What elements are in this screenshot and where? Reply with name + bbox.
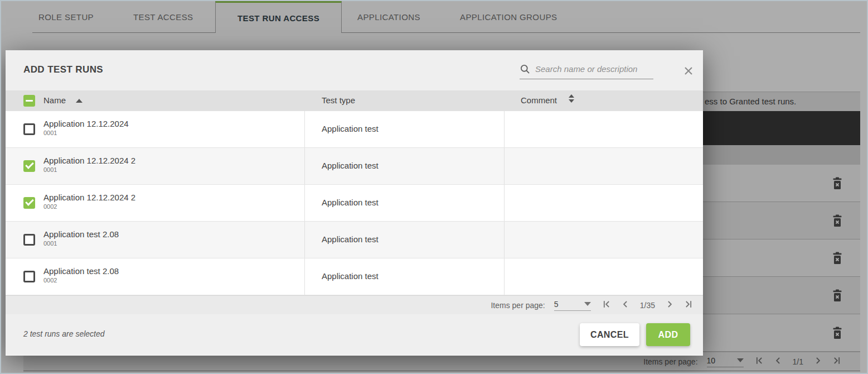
pagination-nav: 1/35 [600, 299, 695, 312]
add-test-runs-dialog: ADD TEST RUNS Name Test type Comment App… [6, 50, 703, 356]
search-box[interactable] [520, 59, 653, 79]
test-run-type: Application test [322, 124, 379, 133]
sort-both-icon [569, 94, 574, 103]
add-button[interactable]: ADD [646, 323, 690, 346]
test-run-type: Application test [322, 161, 379, 170]
close-icon [683, 65, 694, 76]
test-run-type: Application test [322, 198, 379, 207]
test-run-row[interactable]: Application test 2.080002 Application te… [6, 258, 703, 295]
page-size-value: 5 [554, 300, 559, 309]
selection-summary: 2 test runs are selected [23, 329, 105, 338]
last-page-button[interactable] [682, 299, 695, 312]
test-run-code: 0001 [43, 166, 135, 173]
cancel-button[interactable]: CANCEL [580, 323, 639, 346]
next-page-button[interactable] [663, 299, 676, 312]
test-run-row[interactable]: Application test 2.080001 Application te… [6, 222, 703, 258]
test-run-table-body: Application 12.12.20240001 Application t… [6, 111, 703, 295]
test-run-code: 0001 [43, 240, 119, 247]
column-divider [304, 111, 305, 147]
test-run-name: Application test 2.08 [43, 229, 119, 239]
column-header-test-type[interactable]: Test type [322, 95, 355, 105]
chevron-left-icon [620, 299, 631, 310]
dialog-pagination: Items per page: 5 1/35 [6, 295, 703, 314]
search-icon [520, 64, 531, 75]
column-divider [304, 222, 305, 258]
table-header-row: Name Test type Comment [6, 90, 703, 111]
column-header-name[interactable]: Name [43, 95, 66, 105]
dialog-header: ADD TEST RUNS [6, 50, 703, 90]
column-divider [304, 258, 305, 295]
items-per-page-label: Items per page: [491, 301, 545, 310]
column-divider [504, 258, 505, 295]
first-page-button[interactable] [600, 299, 613, 312]
select-all-checkbox[interactable] [23, 95, 35, 107]
column-divider [504, 222, 505, 258]
test-run-name: Application 12.12.2024 2 [43, 156, 135, 165]
test-run-code: 0002 [43, 203, 135, 210]
test-run-code: 0002 [43, 277, 119, 284]
sort-asc-icon [76, 99, 83, 103]
column-header-comment[interactable]: Comment [521, 95, 557, 105]
search-input[interactable] [535, 64, 653, 74]
chevron-down-icon [584, 302, 591, 306]
first-page-icon [601, 299, 612, 310]
row-checkbox[interactable] [23, 160, 35, 172]
test-run-type: Application test [322, 234, 379, 244]
close-button[interactable] [681, 64, 696, 79]
test-run-row[interactable]: Application 12.12.2024 20001 Application… [6, 148, 703, 185]
row-checkbox[interactable] [23, 234, 35, 246]
test-run-code: 0001 [43, 130, 129, 136]
test-run-name: Application 12.12.2024 2 [43, 193, 135, 202]
row-checkbox[interactable] [23, 123, 35, 135]
row-checkbox[interactable] [23, 271, 35, 282]
prev-page-button[interactable] [619, 299, 632, 312]
test-run-row[interactable]: Application 12.12.20240001 Application t… [6, 111, 703, 148]
column-divider [504, 185, 505, 221]
test-run-name: Application 12.12.2024 [43, 119, 129, 128]
column-divider [304, 185, 305, 221]
test-run-name: Application test 2.08 [43, 266, 119, 276]
column-divider [304, 148, 305, 184]
test-run-row[interactable]: Application 12.12.2024 20002 Application… [6, 185, 703, 222]
page-indicator: 1/35 [640, 301, 655, 310]
column-divider [504, 111, 505, 147]
column-divider [504, 148, 505, 184]
chevron-right-icon [664, 299, 675, 310]
screen: ROLE SETUPTEST ACCESSTEST RUN ACCESSAPPL… [0, 0, 868, 374]
dialog-title: ADD TEST RUNS [23, 64, 103, 75]
row-checkbox[interactable] [23, 197, 35, 209]
test-run-type: Application test [322, 271, 379, 281]
last-page-icon [683, 299, 694, 310]
page-size-select[interactable]: 5 [554, 300, 591, 311]
dialog-footer: 2 test runs are selected CANCEL ADD [6, 314, 703, 355]
